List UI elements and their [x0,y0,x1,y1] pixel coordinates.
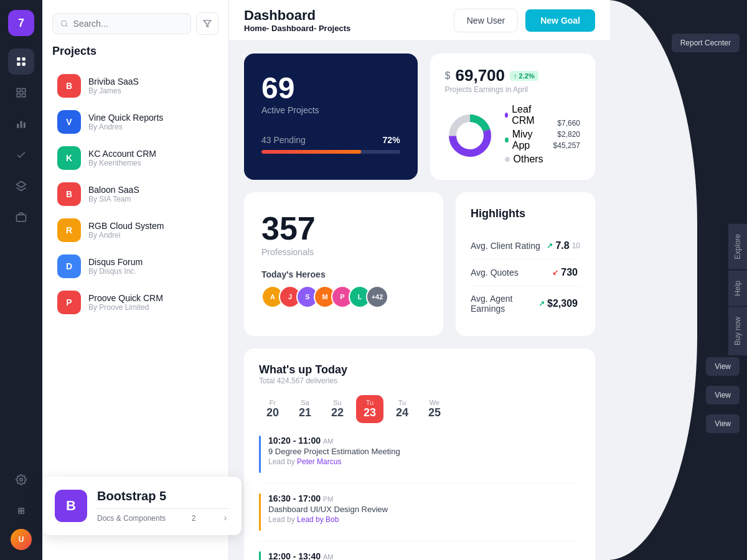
sidebar-item-briefcase[interactable] [8,204,34,230]
svg-point-18 [62,21,67,26]
view-button-2[interactable]: View [706,386,740,404]
heroes-title: Today's Heroes [261,269,426,279]
top-actions: New User New Goal [454,9,595,32]
search-input[interactable] [73,19,183,29]
schedule-time: 16:30 - 17:00 PM [268,493,388,503]
calendar-day[interactable]: Su22 [324,395,351,423]
schedule-time: 10:20 - 11:00 AM [268,436,400,446]
active-projects-label: Active Projects [261,105,400,115]
project-item[interactable]: P Proove Quick CRM By Proove Limited [52,284,218,320]
calendar-day[interactable]: Sa21 [291,395,319,423]
view-button-3[interactable]: View [706,414,740,433]
legend-name: Mivy App [512,129,543,151]
calendar-day[interactable]: We25 [421,395,448,423]
sidebar-item-charts[interactable] [8,111,34,137]
svg-rect-6 [17,94,20,97]
highlight-row: Avg. Client Rating ↗ 7.8 10 [471,233,580,259]
earnings-card: $ 69,700 ↑ 2.2% Projects Earnings in Apr… [430,54,595,180]
bootstrap-title: Bootstrap 5 [97,489,229,503]
bootstrap-card: B Bootstrap 5 Docs & Components 2 [42,477,242,535]
project-name: Briviba SaaS [88,77,139,86]
schedule-time: 12:00 - 13:40 AM [268,551,384,560]
legend-dot [505,113,509,118]
calendar-day[interactable]: Fr20 [259,395,286,423]
day-number: 25 [428,406,441,419]
explore-tab[interactable]: Explore [728,224,747,269]
avatar-circle: +42 [366,286,388,308]
lead-name-link[interactable]: Lead by Bob [297,515,339,524]
project-logo: B [57,182,81,206]
filter-button[interactable] [196,12,218,35]
svg-rect-1 [22,57,26,60]
project-info: Baloon SaaS By SIA Team [88,185,139,203]
projects-title: Projects [52,45,218,58]
legend-item: Others [505,154,543,165]
day-name: Su [333,399,341,406]
bootstrap-logo: B [55,490,87,522]
earnings-subtitle: Projects Earnings in April [445,85,580,94]
chevron-right-icon [222,515,229,522]
bottom-user-avatar[interactable]: U [11,529,32,550]
right-tabs: Explore Help Buy now [728,224,747,355]
project-item[interactable]: B Baloon SaaS By SIA Team [52,176,218,212]
highlight-row: Avg. Agent Earnings ↗ $2,309 [471,286,580,321]
professionals-number: 357 [261,210,426,247]
project-item[interactable]: D Disqus Forum By Disqus Inc. [52,248,218,284]
ampm: AM [323,553,334,560]
dashboard-grid: 69 Active Projects 43 Pending 72% $ 69,7… [229,41,610,560]
legend-value: $7,660 [553,119,580,128]
progress-bar [261,150,400,154]
day-name: Tu [366,399,374,406]
svg-line-19 [66,25,67,26]
highlight-sub: 10 [572,241,580,250]
sidebar-item-dashboard[interactable] [8,49,34,75]
lead-name-link[interactable]: Peter Marcus [297,457,341,466]
project-item[interactable]: K KC Account CRM By Keenthemes [52,140,218,176]
view-button-1[interactable]: View [706,357,740,376]
project-logo: B [57,74,81,98]
projects-search-row [52,12,218,35]
project-by: By SIA Team [88,195,139,203]
row-3: What's up Today Total 424,567 deliveries… [244,348,595,560]
buy-now-tab[interactable]: Buy now [728,307,747,355]
report-center-button[interactable]: Report Cecnter [672,34,740,52]
search-bar[interactable] [52,13,191,34]
svg-rect-3 [22,63,26,66]
time-bar [259,436,261,473]
project-name: Disqus Forum [88,257,143,267]
legend-item: Leaf CRM [505,104,543,126]
progress-fill [261,150,361,154]
project-item[interactable]: R RGB Cloud System By Andrei [52,212,218,248]
sidebar-item-grid[interactable] [8,80,34,106]
bootstrap-info: Bootstrap 5 Docs & Components 2 [97,489,229,523]
calendar-day[interactable]: Tu23 [356,395,383,423]
ampm: PM [323,495,334,503]
new-user-button[interactable]: New User [454,9,518,32]
sidebar-item-apps[interactable] [8,498,34,524]
day-number: 20 [266,406,279,419]
project-item[interactable]: V Vine Quick Reports By Andres [52,104,218,140]
row-1: 69 Active Projects 43 Pending 72% $ 69,7… [244,54,595,180]
projects-panel: Projects B Briviba SaaS By James V Vine … [42,0,229,560]
legend-item: Mivy App [505,129,543,151]
user-avatar[interactable]: 7 [8,10,34,36]
day-number: 22 [331,406,344,419]
time-bar [259,551,261,560]
new-goal-button[interactable]: New Goal [525,9,595,32]
schedule-item: 12:00 - 13:40 AM Marketing Campaign Disc… [259,551,580,560]
highlight-label: Avg. Agent Earnings [471,294,538,314]
day-number: 21 [299,406,311,419]
help-tab[interactable]: Help [728,271,747,306]
sidebar-item-layers[interactable] [8,173,34,199]
right-panel: Report Cecnter View View View Explore He… [610,0,747,560]
avatar-stack: AJSMPL+42 [261,286,426,308]
breadcrumb: Home- Dashboard- Projects [244,24,350,33]
calendar-day[interactable]: Tu24 [388,395,416,423]
calendar-row[interactable]: Fr20Sa21Su22Tu23Tu24We25 [259,395,580,423]
legend-values: $7,660$2,820$45,257 [553,119,580,152]
sidebar-item-settings[interactable] [8,467,34,493]
project-item[interactable]: B Briviba SaaS By James [52,68,218,104]
sidebar-item-tasks[interactable] [8,142,34,168]
highlight-label: Avg. Client Rating [471,241,540,251]
svg-rect-9 [21,121,22,128]
